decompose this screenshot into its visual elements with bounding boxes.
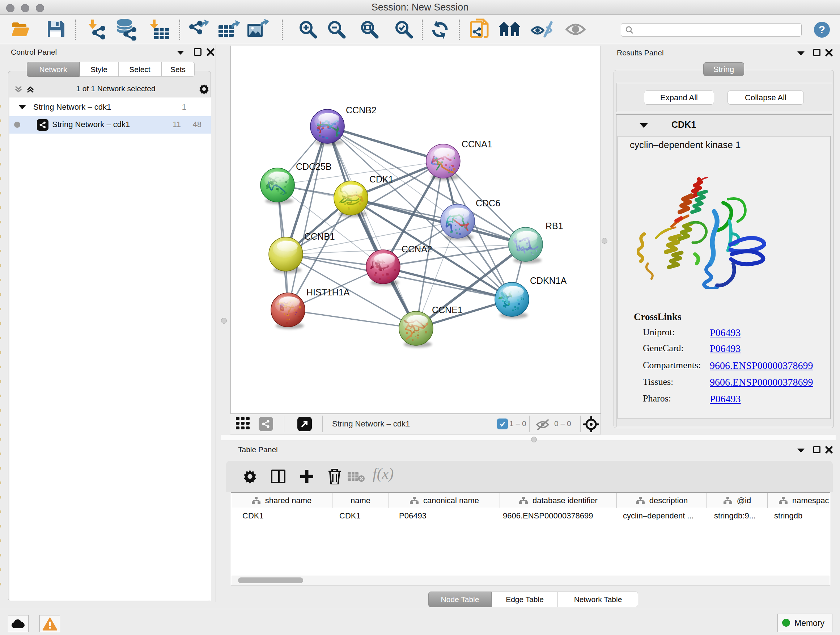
svg-text:RB1: RB1: [546, 221, 563, 231]
svg-text:CDC6: CDC6: [476, 198, 500, 208]
svg-text:CDK1: CDK1: [369, 174, 393, 184]
svg-text:CDKN1A: CDKN1A: [530, 276, 567, 286]
svg-text:CCNB1: CCNB1: [304, 231, 335, 241]
svg-text:CCNA1: CCNA1: [462, 139, 493, 149]
svg-text:CCNB2: CCNB2: [346, 105, 377, 115]
svg-text:HIST1H1A: HIST1H1A: [306, 287, 350, 297]
svg-text:CCNE1: CCNE1: [432, 305, 463, 315]
svg-text:CDC25B: CDC25B: [296, 162, 332, 172]
svg-text:CCNA2: CCNA2: [401, 244, 432, 254]
